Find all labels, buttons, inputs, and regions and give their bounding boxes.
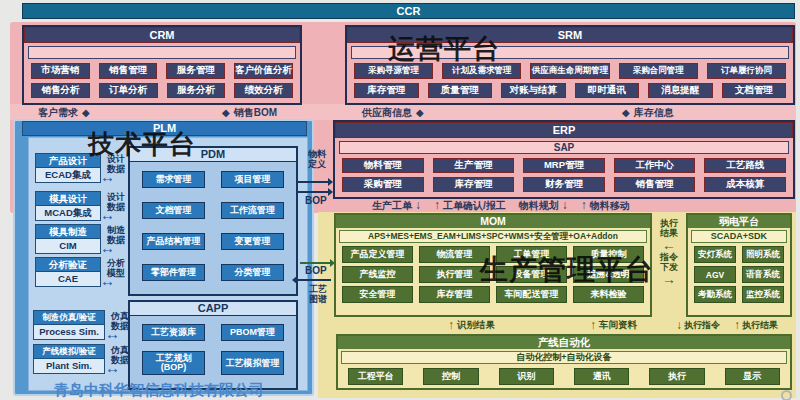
module-chip: 产线监控 — [342, 266, 413, 283]
module-chip: 对账与结算 — [501, 83, 566, 99]
module-chip: 采购管理 — [342, 177, 424, 192]
left-arrow-icon: ← — [655, 238, 683, 252]
automation-panel: 产线自动化 自动化控制+自动化设备 工程平台 控制 识别 通讯 执行 显示 — [336, 334, 792, 390]
flow-item: 物料规划 ↓ — [519, 199, 568, 212]
module-chip: 成本核算 — [704, 177, 786, 192]
right-arrow — [300, 262, 330, 264]
plm-group-mold-design: 模具设计 MCAD集成 — [35, 191, 101, 221]
module-chip: 工艺资源库 — [142, 324, 205, 341]
mom-title: MOM — [336, 215, 650, 228]
capp-grid: 工艺资源库 PBOM管理 工艺规划 (BOP) 工艺模拟管理 — [130, 316, 296, 388]
module-chip: 零部件管理 — [142, 264, 205, 281]
plm-group-mold-manufacturing: 模具制造 CIM — [35, 224, 101, 254]
flow-label-text: 物料移动 — [590, 199, 630, 212]
module-chip: 显示 — [725, 368, 780, 385]
right-arrow — [298, 181, 328, 183]
flow-label-inventory-info: ◆ 库存信息 — [622, 106, 674, 119]
left-arrow — [297, 279, 331, 281]
link-line1: 制造 — [103, 225, 129, 235]
flow-label-supplier-info: 供应商信息 ◆ — [362, 106, 424, 119]
module-chip: 安全管理 — [342, 286, 413, 303]
module-chip: 绩效分析 — [234, 83, 293, 99]
up-arrow-icon: ↑ — [434, 199, 440, 212]
scada-row-1: 安灯系统 照明系统 — [694, 246, 784, 263]
bidirectional-arrow-icon: ↔ — [105, 326, 120, 341]
flow-label-recognition-result: ↑ 识别结果 — [448, 319, 495, 331]
module-chip: 通讯 — [574, 368, 629, 385]
module-chip: MRP管理 — [523, 158, 605, 173]
erp-panel: ERP SAP 物料管理 生产管理 MRP管理 工作中心 工艺路线 采购管理 库… — [333, 120, 795, 199]
module-chip: AGV — [694, 266, 736, 283]
flow-item: ↑ 物料移动 — [581, 199, 630, 212]
crm-panel: CRM 市场营销 销售管理 服务管理 客户价值分析 销售分析 订单分析 服务分析… — [22, 25, 302, 105]
flow-label-text: 销售BOM — [234, 106, 277, 119]
module-chip: 财务管理 — [523, 177, 605, 192]
flow-item: 生产工单 ↓ — [372, 199, 421, 212]
group-title: 制造仿真/验证 — [33, 310, 105, 324]
watermark: 青岛中科华智信息科技有限公司 — [54, 381, 264, 400]
group-title: 产线模拟/验证 — [33, 344, 105, 358]
flow-label-sales-bom: ◆ 销售BOM — [222, 106, 277, 119]
connector-label-bop-mid: BOP — [305, 266, 327, 276]
scada-title: 弱电平台 — [688, 215, 790, 228]
flow-label-text: 生产工单 — [372, 199, 412, 212]
module-chip: 安灯系统 — [694, 246, 736, 263]
label-line2: 图谱 — [304, 294, 332, 304]
right-arrow-icon: → — [655, 272, 683, 286]
module-chip: 控制 — [423, 368, 478, 385]
module-chip: 订单履行协同 — [707, 63, 786, 79]
flow-label-text: 库存信息 — [634, 106, 674, 119]
automation-row: 工程平台 控制 识别 通讯 执行 显示 — [348, 368, 780, 385]
link-line1: 分析 — [103, 258, 129, 268]
bidirectional-arrow-icon: ↔ — [100, 273, 115, 288]
group-title: 模具制造 — [35, 224, 101, 238]
erp-title: ERP — [335, 122, 793, 138]
crm-title: CRM — [24, 27, 300, 43]
link-label-command-dispatch: 指令 下发 — [655, 252, 683, 272]
module-chip: 文档管理 — [142, 202, 205, 219]
plm-group-line-simulation: 产线模拟/验证 Plant Sim. — [33, 344, 105, 374]
technology-platform-title: 技术平台 — [88, 127, 196, 162]
group-tool: CIM — [35, 238, 101, 254]
connector-label-material-definition: 物料 定义 — [303, 149, 331, 169]
module-chip: 工作中心 — [614, 158, 696, 173]
capp-panel: CAPP 工艺资源库 PBOM管理 工艺规划 (BOP) 工艺模拟管理 — [128, 300, 298, 390]
flow-label-exec-command: ↓ 执行指令 — [676, 319, 720, 331]
flow-label-text: 客户需求 — [38, 106, 78, 119]
module-chip: 工程平台 — [348, 368, 403, 385]
module-chip: 照明系统 — [742, 246, 784, 263]
plm-group-analysis-validation: 分析验证 CAE — [35, 257, 101, 287]
mom-scada-links: 执行 结果 ← 指令 下发 → — [655, 218, 683, 286]
operations-platform-title: 运营平台 — [388, 31, 500, 67]
module-chip: 市场营销 — [31, 63, 90, 79]
up-arrow-icon: ↑ — [581, 199, 587, 212]
module-chip: 识别 — [499, 368, 554, 385]
group-tool: ECAD集成 — [35, 167, 101, 183]
crm-row-2: 销售分析 订单分析 服务分析 绩效分析 — [31, 83, 293, 99]
module-chip: 需求管理 — [142, 171, 205, 188]
module-chip: 产品结构管理 — [142, 233, 205, 250]
label-line1: 指令 — [655, 252, 683, 262]
up-arrow-icon: ↑ — [590, 319, 596, 331]
module-chip: 执行 — [649, 368, 704, 385]
label-line1: 工艺 — [304, 284, 332, 294]
module-chip: 文档管理 — [722, 83, 787, 99]
erp-row-2: 采购管理 库存管理 财务管理 销售管理 成本核算 — [342, 177, 786, 192]
bidirectional-arrow-icon: ↔ — [100, 169, 115, 184]
scada-panel: 弱电平台 SCADA+SDK 安灯系统 照明系统 AGV 语音系统 考勤系统 监… — [686, 213, 792, 317]
flow-label-text: 物料规划 — [519, 199, 559, 212]
up-arrow-icon: ↑ — [734, 319, 740, 331]
automation-title: 产线自动化 — [338, 336, 790, 349]
module-chip: 监控系统 — [742, 286, 784, 303]
up-arrow-icon: ↑ — [448, 319, 454, 331]
module-chip: 项目管理 — [221, 171, 284, 188]
down-arrow-icon: ↓ — [415, 199, 421, 212]
module-chip: 服务分析 — [167, 83, 226, 99]
module-chip: 产品定义管理 — [342, 246, 413, 263]
flow-label-text: 执行结果 — [742, 319, 778, 331]
capp-title: CAPP — [130, 302, 296, 316]
automation-subtitle: 自动化控制+自动化设备 — [341, 351, 787, 364]
plm-group-manufacturing-simulation: 制造仿真/验证 Process Sim. — [33, 310, 105, 340]
pdm-grid: 需求管理 项目管理 文档管理 工作流管理 产品结构管理 变更管理 零部件管理 分… — [130, 162, 296, 294]
scada-subtitle: SCADA+SDK — [691, 230, 787, 243]
